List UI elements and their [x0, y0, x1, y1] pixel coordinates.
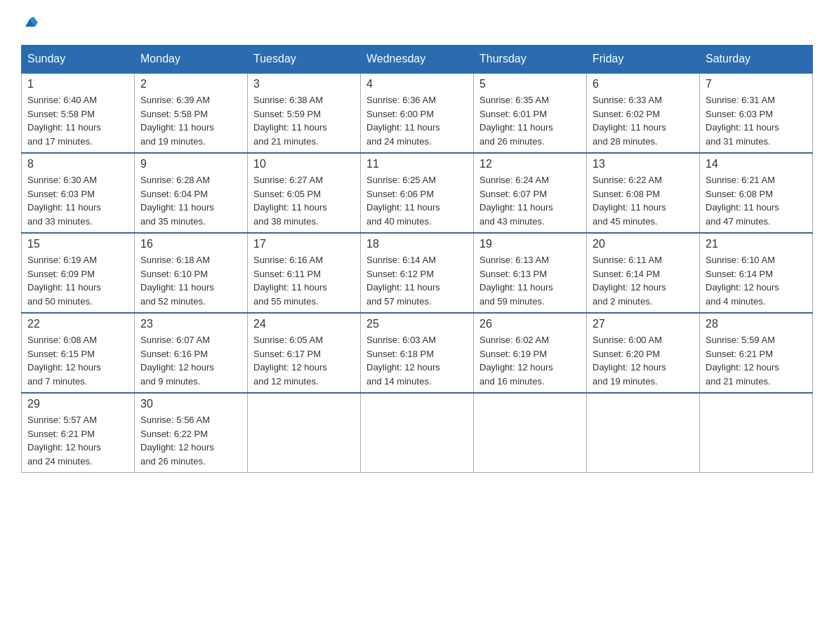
- day-header-sunday: Sunday: [22, 46, 135, 74]
- calendar-cell: [587, 393, 700, 473]
- day-info: Sunrise: 5:59 AMSunset: 6:21 PMDaylight:…: [706, 333, 807, 388]
- calendar-cell: [700, 393, 813, 473]
- calendar-cell: 13 Sunrise: 6:22 AMSunset: 6:08 PMDaylig…: [587, 153, 700, 233]
- day-number: 12: [479, 158, 581, 170]
- day-info: Sunrise: 6:24 AMSunset: 6:07 PMDaylight:…: [479, 173, 581, 228]
- calendar-cell: 11 Sunrise: 6:25 AMSunset: 6:06 PMDaylig…: [361, 153, 474, 233]
- day-number: 30: [140, 398, 241, 410]
- calendar-table: SundayMondayTuesdayWednesdayThursdayFrid…: [21, 45, 813, 473]
- day-number: 1: [27, 78, 128, 90]
- day-info: Sunrise: 6:18 AMSunset: 6:10 PMDaylight:…: [140, 253, 241, 308]
- day-info: Sunrise: 6:10 AMSunset: 6:14 PMDaylight:…: [706, 253, 807, 308]
- day-number: 2: [140, 78, 241, 90]
- day-info: Sunrise: 6:33 AMSunset: 6:02 PMDaylight:…: [593, 93, 694, 148]
- calendar-cell: 23 Sunrise: 6:07 AMSunset: 6:16 PMDaylig…: [135, 313, 248, 393]
- day-number: 28: [706, 318, 807, 330]
- calendar-cell: 25 Sunrise: 6:03 AMSunset: 6:18 PMDaylig…: [361, 313, 474, 393]
- day-number: 24: [253, 318, 355, 330]
- day-number: 23: [140, 318, 241, 330]
- calendar-cell: 21 Sunrise: 6:10 AMSunset: 6:14 PMDaylig…: [700, 233, 813, 313]
- calendar-cell: 7 Sunrise: 6:31 AMSunset: 6:03 PMDayligh…: [700, 73, 813, 153]
- day-info: Sunrise: 6:35 AMSunset: 6:01 PMDaylight:…: [479, 93, 581, 148]
- day-number: 21: [706, 238, 807, 250]
- logo-icon: [22, 14, 38, 29]
- calendar-cell: 22 Sunrise: 6:08 AMSunset: 6:15 PMDaylig…: [22, 313, 135, 393]
- calendar-cell: 2 Sunrise: 6:39 AMSunset: 5:58 PMDayligh…: [135, 73, 248, 153]
- day-number: 8: [27, 158, 128, 170]
- day-info: Sunrise: 6:40 AMSunset: 5:58 PMDaylight:…: [27, 93, 128, 148]
- calendar-cell: 8 Sunrise: 6:30 AMSunset: 6:03 PMDayligh…: [22, 153, 135, 233]
- calendar-cell: 3 Sunrise: 6:38 AMSunset: 5:59 PMDayligh…: [248, 73, 361, 153]
- day-info: Sunrise: 6:38 AMSunset: 5:59 PMDaylight:…: [253, 93, 355, 148]
- day-header-saturday: Saturday: [700, 46, 813, 74]
- day-number: 6: [593, 78, 694, 90]
- day-info: Sunrise: 6:02 AMSunset: 6:19 PMDaylight:…: [479, 333, 581, 388]
- calendar-cell: 12 Sunrise: 6:24 AMSunset: 6:07 PMDaylig…: [474, 153, 587, 233]
- calendar-cell: 5 Sunrise: 6:35 AMSunset: 6:01 PMDayligh…: [474, 73, 587, 153]
- day-number: 18: [366, 238, 468, 250]
- day-header-wednesday: Wednesday: [361, 46, 474, 74]
- day-info: Sunrise: 6:22 AMSunset: 6:08 PMDaylight:…: [593, 173, 694, 228]
- day-number: 29: [27, 398, 128, 410]
- day-header-monday: Monday: [135, 46, 248, 74]
- calendar-cell: 24 Sunrise: 6:05 AMSunset: 6:17 PMDaylig…: [248, 313, 361, 393]
- calendar-cell: 16 Sunrise: 6:18 AMSunset: 6:10 PMDaylig…: [135, 233, 248, 313]
- day-header-friday: Friday: [587, 46, 700, 74]
- calendar-cell: [361, 393, 474, 473]
- day-number: 5: [479, 78, 581, 90]
- day-number: 27: [593, 318, 694, 330]
- day-number: 14: [706, 158, 807, 170]
- day-info: Sunrise: 6:25 AMSunset: 6:06 PMDaylight:…: [366, 173, 468, 228]
- calendar-cell: [248, 393, 361, 473]
- day-number: 11: [366, 158, 468, 170]
- calendar-cell: 20 Sunrise: 6:11 AMSunset: 6:14 PMDaylig…: [587, 233, 700, 313]
- calendar-cell: 6 Sunrise: 6:33 AMSunset: 6:02 PMDayligh…: [587, 73, 700, 153]
- page-header: [21, 14, 813, 31]
- calendar-header-row: SundayMondayTuesdayWednesdayThursdayFrid…: [22, 46, 813, 74]
- day-info: Sunrise: 6:30 AMSunset: 6:03 PMDaylight:…: [27, 173, 128, 228]
- day-number: 7: [706, 78, 807, 90]
- calendar-cell: 30 Sunrise: 5:56 AMSunset: 6:22 PMDaylig…: [135, 393, 248, 473]
- calendar-week-row: 15 Sunrise: 6:19 AMSunset: 6:09 PMDaylig…: [22, 233, 813, 313]
- day-info: Sunrise: 6:11 AMSunset: 6:14 PMDaylight:…: [593, 253, 694, 308]
- calendar-cell: 14 Sunrise: 6:21 AMSunset: 6:08 PMDaylig…: [700, 153, 813, 233]
- calendar-cell: 27 Sunrise: 6:00 AMSunset: 6:20 PMDaylig…: [587, 313, 700, 393]
- calendar-cell: 4 Sunrise: 6:36 AMSunset: 6:00 PMDayligh…: [361, 73, 474, 153]
- day-info: Sunrise: 6:14 AMSunset: 6:12 PMDaylight:…: [366, 253, 468, 308]
- day-number: 4: [366, 78, 468, 90]
- day-number: 13: [593, 158, 694, 170]
- day-info: Sunrise: 5:57 AMSunset: 6:21 PMDaylight:…: [27, 413, 128, 468]
- calendar-week-row: 22 Sunrise: 6:08 AMSunset: 6:15 PMDaylig…: [22, 313, 813, 393]
- calendar-cell: 29 Sunrise: 5:57 AMSunset: 6:21 PMDaylig…: [22, 393, 135, 473]
- day-number: 20: [593, 238, 694, 250]
- day-info: Sunrise: 6:19 AMSunset: 6:09 PMDaylight:…: [27, 253, 128, 308]
- calendar-cell: 18 Sunrise: 6:14 AMSunset: 6:12 PMDaylig…: [361, 233, 474, 313]
- day-info: Sunrise: 6:08 AMSunset: 6:15 PMDaylight:…: [27, 333, 128, 388]
- calendar-cell: 1 Sunrise: 6:40 AMSunset: 5:58 PMDayligh…: [22, 73, 135, 153]
- calendar-cell: 28 Sunrise: 5:59 AMSunset: 6:21 PMDaylig…: [700, 313, 813, 393]
- day-header-thursday: Thursday: [474, 46, 587, 74]
- day-info: Sunrise: 6:16 AMSunset: 6:11 PMDaylight:…: [253, 253, 355, 308]
- day-number: 3: [253, 78, 355, 90]
- day-number: 19: [479, 238, 581, 250]
- calendar-week-row: 8 Sunrise: 6:30 AMSunset: 6:03 PMDayligh…: [22, 153, 813, 233]
- calendar-cell: 15 Sunrise: 6:19 AMSunset: 6:09 PMDaylig…: [22, 233, 135, 313]
- calendar-cell: 9 Sunrise: 6:28 AMSunset: 6:04 PMDayligh…: [135, 153, 248, 233]
- day-info: Sunrise: 6:21 AMSunset: 6:08 PMDaylight:…: [706, 173, 807, 228]
- day-number: 26: [479, 318, 581, 330]
- day-number: 15: [27, 238, 128, 250]
- day-info: Sunrise: 5:56 AMSunset: 6:22 PMDaylight:…: [140, 413, 241, 468]
- calendar-cell: [474, 393, 587, 473]
- day-info: Sunrise: 6:27 AMSunset: 6:05 PMDaylight:…: [253, 173, 355, 228]
- day-number: 22: [27, 318, 128, 330]
- day-info: Sunrise: 6:05 AMSunset: 6:17 PMDaylight:…: [253, 333, 355, 388]
- day-info: Sunrise: 6:13 AMSunset: 6:13 PMDaylight:…: [479, 253, 581, 308]
- calendar-week-row: 1 Sunrise: 6:40 AMSunset: 5:58 PMDayligh…: [22, 73, 813, 153]
- calendar-cell: 17 Sunrise: 6:16 AMSunset: 6:11 PMDaylig…: [248, 233, 361, 313]
- day-info: Sunrise: 6:28 AMSunset: 6:04 PMDaylight:…: [140, 173, 241, 228]
- calendar-cell: 19 Sunrise: 6:13 AMSunset: 6:13 PMDaylig…: [474, 233, 587, 313]
- day-info: Sunrise: 6:03 AMSunset: 6:18 PMDaylight:…: [366, 333, 468, 388]
- logo: [21, 14, 38, 31]
- day-info: Sunrise: 6:39 AMSunset: 5:58 PMDaylight:…: [140, 93, 241, 148]
- day-header-tuesday: Tuesday: [248, 46, 361, 74]
